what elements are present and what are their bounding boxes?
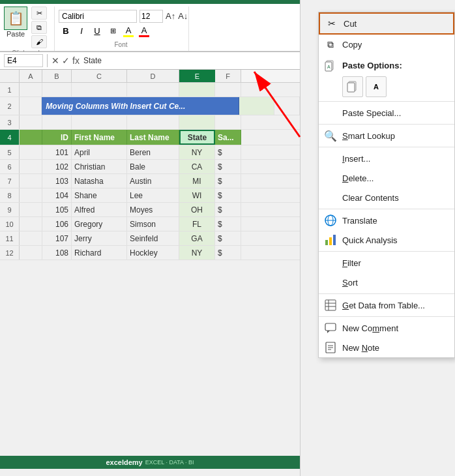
cell-e3[interactable] [179, 115, 215, 129]
context-menu-delete[interactable]: Delete... [319, 168, 454, 188]
context-menu-translate[interactable]: Translate [319, 211, 454, 230]
cell-b5[interactable]: 101 [42, 145, 72, 159]
italic-button[interactable]: I [74, 25, 89, 38]
font-color-button[interactable]: A [137, 25, 151, 38]
cell-a4[interactable] [20, 130, 42, 145]
cell-b6[interactable]: 102 [42, 160, 72, 173]
cell-b8[interactable]: 104 [42, 188, 72, 202]
cell-a2[interactable] [20, 97, 42, 115]
cell-e2[interactable] [239, 97, 274, 115]
cell-d6[interactable]: Bale [127, 160, 179, 173]
cell-e8[interactable]: WI [179, 188, 215, 202]
cell-d3[interactable] [127, 115, 179, 129]
context-menu-insert[interactable]: Insert... [319, 149, 454, 168]
cell-c6[interactable]: Christian [72, 160, 127, 173]
cell-a7[interactable] [20, 174, 42, 188]
col-header-b[interactable]: B [42, 70, 72, 82]
cell-b3[interactable] [42, 115, 72, 129]
cell-e4[interactable]: State [179, 130, 215, 145]
cell-d4[interactable]: Last Name [127, 130, 179, 145]
cell-b11[interactable]: 107 [42, 231, 72, 245]
border-button[interactable]: ⊞ [106, 25, 120, 38]
context-menu-sort[interactable]: Sort [319, 273, 454, 292]
cell-c4[interactable]: First Name [72, 130, 127, 145]
cell-c3[interactable] [72, 115, 127, 129]
title-cell[interactable]: Moving Columns With Insert Cut Ce... [42, 97, 239, 115]
cell-f7[interactable]: $ [215, 174, 241, 188]
highlight-color-button[interactable]: A [121, 25, 136, 38]
context-menu-smart-lookup[interactable]: 🔍 Smart Lookup [319, 126, 454, 145]
cell-a8[interactable] [20, 188, 42, 202]
context-menu-new-note[interactable]: New Note [319, 338, 454, 357]
context-menu-clear-contents[interactable]: Clear Contents [319, 188, 454, 207]
context-menu-get-data[interactable]: Get Data from Table... [319, 295, 454, 315]
cell-d8[interactable]: Lee [127, 188, 179, 202]
cell-b1[interactable] [42, 83, 72, 97]
cell-f3[interactable] [215, 115, 241, 129]
cell-f12[interactable]: $ [215, 246, 241, 260]
paste-option-clipboard[interactable] [342, 76, 363, 97]
paste-button[interactable]: 📋 Paste [3, 7, 29, 48]
cell-e1[interactable] [179, 83, 215, 97]
cell-c9[interactable]: Alfred [72, 203, 127, 216]
paste-option-values[interactable]: A [366, 76, 387, 97]
cell-d9[interactable]: Moyes [127, 203, 179, 216]
format-painter-button[interactable]: 🖌 [31, 35, 47, 48]
col-header-c[interactable]: C [72, 70, 127, 82]
cell-f4[interactable]: Sa... [215, 130, 241, 145]
cell-d1[interactable] [127, 83, 179, 97]
cell-f1[interactable] [215, 83, 241, 97]
context-menu-quick-analysis[interactable]: Quick Analysis [319, 230, 454, 250]
cell-f9[interactable]: $ [215, 203, 241, 216]
col-header-e[interactable]: E [179, 70, 215, 82]
font-size-input[interactable] [139, 10, 163, 23]
cell-d11[interactable]: Seinfeld [127, 231, 179, 245]
cell-e11[interactable]: GA [179, 231, 215, 245]
cell-b12[interactable]: 108 [42, 246, 72, 260]
cell-f11[interactable]: $ [215, 231, 241, 245]
cell-b10[interactable]: 106 [42, 217, 72, 231]
cell-a3[interactable] [20, 115, 42, 129]
cell-d10[interactable]: Simson [127, 217, 179, 231]
confirm-formula-icon[interactable]: ✓ [62, 55, 70, 66]
cell-d5[interactable]: Beren [127, 145, 179, 159]
font-grow-icon[interactable]: A↑ [166, 11, 175, 21]
col-header-f[interactable]: F [215, 70, 241, 82]
cell-e5[interactable]: NY [179, 145, 215, 159]
context-menu-cut[interactable]: ✂ Cut [319, 12, 454, 35]
col-header-a[interactable]: A [20, 70, 42, 82]
cell-reference-input[interactable] [4, 54, 43, 67]
cell-e6[interactable]: CA [179, 160, 215, 173]
cell-c11[interactable]: Jerry [72, 231, 127, 245]
cell-a11[interactable] [20, 231, 42, 245]
insert-function-icon[interactable]: fx [72, 55, 80, 66]
cell-c8[interactable]: Shane [72, 188, 127, 202]
cut-small-button[interactable]: ✂ [31, 7, 47, 20]
cell-c5[interactable]: April [72, 145, 127, 159]
cell-a5[interactable] [20, 145, 42, 159]
cell-c7[interactable]: Natasha [72, 174, 127, 188]
cell-d7[interactable]: Austin [127, 174, 179, 188]
cell-a9[interactable] [20, 203, 42, 216]
cell-a1[interactable] [20, 83, 42, 97]
col-header-d[interactable]: D [127, 70, 179, 82]
cell-e12[interactable]: NY [179, 246, 215, 260]
cell-a12[interactable] [20, 246, 42, 260]
cell-b4[interactable]: ID [42, 130, 72, 145]
bold-button[interactable]: B [59, 25, 73, 38]
cell-e7[interactable]: MI [179, 174, 215, 188]
cell-c1[interactable] [72, 83, 127, 97]
font-name-input[interactable] [59, 10, 137, 23]
cell-e10[interactable]: FL [179, 217, 215, 231]
cell-a10[interactable] [20, 217, 42, 231]
cell-f5[interactable]: $ [215, 145, 241, 159]
cell-f10[interactable]: $ [215, 217, 241, 231]
cancel-formula-icon[interactable]: ✕ [51, 55, 59, 66]
cell-d12[interactable]: Hockley [127, 246, 179, 260]
context-menu-new-comment[interactable]: New Comment [319, 318, 454, 338]
cell-e9[interactable]: OH [179, 203, 215, 216]
cell-a6[interactable] [20, 160, 42, 173]
context-menu-filter[interactable]: Filter [319, 253, 454, 273]
font-shrink-icon[interactable]: A↓ [178, 11, 188, 21]
cell-c12[interactable]: Richard [72, 246, 127, 260]
